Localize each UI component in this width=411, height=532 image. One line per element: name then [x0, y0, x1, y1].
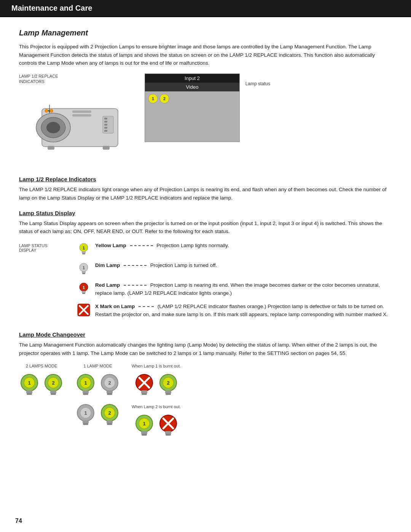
svg-rect-48 — [83, 393, 88, 395]
yellow-lamp-text: Projection Lamp lights normally. — [156, 243, 229, 248]
dash-line-dim — [124, 265, 147, 266]
svg-rect-7 — [104, 118, 107, 120]
dim-lamp-text: Projection Lamp is turned off. — [150, 262, 217, 268]
svg-rect-5 — [72, 114, 91, 117]
red-lamp-icon: 1 — [76, 281, 91, 296]
xmark-lamp-text: (LAMP 1/2 REPLACE indicator flashes oran… — [95, 304, 388, 317]
svg-rect-13 — [103, 146, 110, 150]
burnt1-lamp2-lit: 2 — [158, 372, 179, 397]
dim-lamp-icon-wrap: 1 — [76, 262, 91, 276]
osd-row-input: Input 2 — [145, 74, 239, 83]
burnt2-lamp1-lit: 1 — [134, 413, 155, 438]
lamp-row-xmark: X Mark on Lamp (LAMP 1/2 REPLACE indicat… — [76, 303, 392, 319]
svg-rect-58 — [83, 423, 88, 425]
xmark-lamp-icon-wrap — [76, 303, 91, 317]
svg-rect-26 — [82, 271, 86, 273]
svg-rect-10 — [104, 127, 107, 129]
yellow-lamp-desc: Yellow Lamp Projection Lamp lights norma… — [95, 242, 392, 250]
osd-lamp1-icon: 1 — [148, 94, 158, 104]
svg-text:1: 1 — [143, 421, 145, 427]
svg-text:1: 1 — [83, 285, 85, 290]
lamp-row-red: 1 Red Lamp Projection Lamp is nearing it… — [76, 281, 392, 297]
svg-text:2: 2 — [163, 96, 166, 101]
one-lamp-lamp1-lit: 1 — [75, 372, 96, 397]
one-lamp-pair1: 1 2 — [75, 372, 120, 397]
svg-rect-47 — [83, 390, 89, 393]
lamp-row-dim: 1 Dim Lamp Projection Lamp is turned off… — [76, 262, 392, 276]
status-display-section: Lamp Status Display The Lamp Status Disp… — [19, 210, 392, 324]
red-lamp-icon-wrap: 1 — [76, 281, 91, 296]
lamp-status-label: Lamp status — [245, 81, 270, 86]
burnt2-lamp2-x — [158, 413, 179, 438]
burnt2-label: When Lamp 2 is burnt out. — [132, 404, 181, 409]
svg-rect-37 — [26, 390, 32, 393]
bottom-diagrams: 2 LAMPS MODE 1 — [19, 364, 392, 438]
two-lamps-pair: 1 2 — [19, 372, 64, 397]
red-lamp-text: Projection Lamp is nearing its end. When… — [95, 282, 380, 296]
svg-text:1: 1 — [83, 246, 85, 250]
svg-rect-22 — [82, 251, 86, 253]
svg-text:2: 2 — [167, 380, 169, 386]
two-lamps-group: 2 LAMPS MODE 1 — [19, 364, 64, 397]
svg-rect-78 — [142, 434, 147, 436]
svg-rect-12 — [48, 146, 54, 150]
replace-indicators-text: The LAMP 1/2 REPLACE indicators light or… — [19, 185, 392, 202]
burnt-group: When Lamp 1 is burnt out. — [132, 364, 181, 438]
svg-rect-72 — [165, 390, 171, 393]
one-lamp-lamp1-dim: 1 — [75, 402, 96, 427]
svg-rect-53 — [107, 393, 112, 395]
osd-area: Input 2 Video 1 2 Lamp status — [145, 73, 240, 142]
diagram-area: LAMP 1/2 REPLACEINDICATORS — [19, 73, 392, 167]
svg-text:2: 2 — [108, 410, 111, 416]
red-lamp-desc: Red Lamp Projection Lamp is nearing its … — [95, 281, 392, 297]
svg-text:1: 1 — [84, 380, 87, 386]
svg-rect-73 — [166, 393, 171, 395]
two-lamps-lamp2: 2 — [43, 372, 64, 397]
page-header: Maintenance and Care — [0, 0, 411, 17]
svg-rect-42 — [50, 390, 56, 393]
dash-line-red — [124, 285, 147, 286]
svg-rect-62 — [107, 420, 113, 423]
burnt1-pair: 2 — [134, 372, 179, 397]
intro-text: This Projector is equipped with 2 Projec… — [19, 43, 392, 67]
status-display-heading: Lamp Status Display — [19, 210, 392, 216]
svg-text:1: 1 — [84, 410, 87, 416]
svg-point-16 — [50, 109, 53, 112]
header-title: Maintenance and Care — [11, 4, 92, 12]
lamp-row-yellow: 1 Yellow Lamp Projection Lamp lights nor… — [76, 242, 392, 256]
replace-indicators-heading: Lamp 1/2 Replace Indicators — [19, 176, 392, 182]
osd-box: Input 2 Video 1 2 — [145, 73, 240, 142]
svg-rect-68 — [142, 393, 147, 395]
lamp-status-display-label: LAMP STATUSDISPLAY — [19, 242, 68, 252]
svg-rect-57 — [83, 420, 89, 423]
svg-rect-31 — [82, 293, 85, 294]
projector-diagram: LAMP 1/2 REPLACEINDICATORS — [19, 73, 129, 167]
yellow-lamp-icon: 1 — [76, 242, 91, 256]
svg-rect-38 — [27, 393, 32, 395]
svg-point-3 — [46, 122, 60, 133]
mode-changeover-section: Lamp Mode Changeover The Lamp Management… — [19, 331, 392, 437]
svg-rect-67 — [141, 390, 147, 393]
one-lamp-pair2: 1 2 — [75, 402, 120, 427]
lamp-indicator-label: LAMP 1/2 REPLACEINDICATORS — [19, 73, 129, 85]
svg-text:1: 1 — [28, 380, 30, 386]
svg-text:1: 1 — [152, 96, 154, 101]
svg-rect-27 — [82, 273, 85, 274]
xmark-lamp-icon — [76, 303, 91, 317]
svg-rect-30 — [82, 291, 86, 293]
dim-lamp-desc: Dim Lamp Projection Lamp is turned off. — [95, 262, 392, 270]
one-lamp-group: 1 LAMP MODE 1 2 — [75, 364, 120, 427]
one-lamp-label: 1 LAMP MODE — [84, 364, 112, 368]
svg-rect-4 — [72, 110, 91, 113]
burnt2-pair: 1 — [134, 413, 179, 438]
svg-rect-43 — [51, 393, 56, 395]
svg-rect-77 — [141, 431, 147, 434]
projector-illustration — [19, 86, 129, 166]
svg-rect-23 — [82, 253, 85, 254]
replace-indicators-section: Lamp 1/2 Replace Indicators The LAMP 1/2… — [19, 176, 392, 202]
lamp-status-rows: 1 Yellow Lamp Projection Lamp lights nor… — [76, 242, 392, 324]
svg-text:2: 2 — [108, 380, 111, 386]
osd-lamp-icons: 1 2 — [145, 91, 239, 106]
osd-lamp2-icon: 2 — [159, 94, 169, 104]
xmark-lamp-desc: X Mark on Lamp (LAMP 1/2 REPLACE indicat… — [95, 303, 392, 319]
